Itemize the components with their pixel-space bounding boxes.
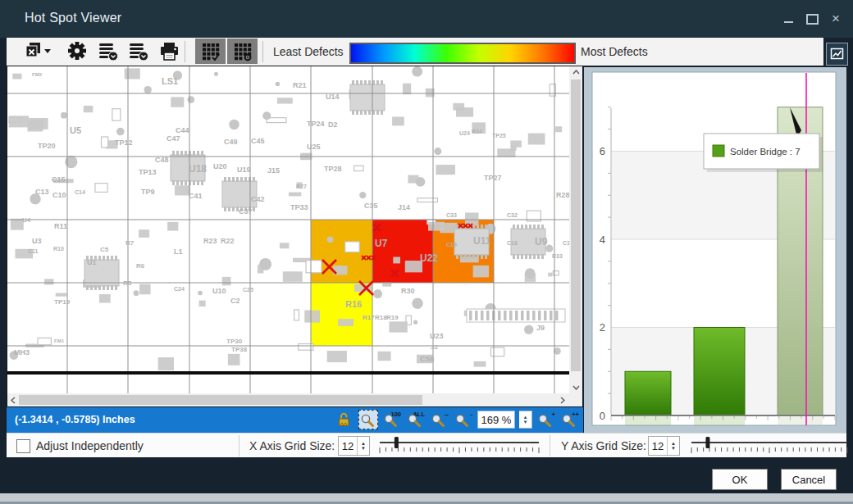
pcb-canvas[interactable]: LS1U5TP20TP12TP13TP9C15C13C10C14R11U3R10… xyxy=(7,66,569,393)
pcb-component-label: R6 xyxy=(136,262,145,270)
pcb-component-label: C10 xyxy=(52,191,66,199)
zoom-out-double-icon[interactable]: -- xyxy=(430,410,449,429)
x-grid-size-arrows[interactable]: ▲▼ xyxy=(357,437,369,455)
grid-size-controls: Adjust Independently X Axis Grid Size: 1… xyxy=(7,433,846,457)
statusbar: (-1.3414 , -0.5785) Inches 100ALL---169 … xyxy=(7,407,583,433)
scroll-right-icon[interactable] xyxy=(560,397,565,404)
vertical-scrollbar[interactable] xyxy=(569,66,582,393)
x-grid-size-value[interactable]: 12 xyxy=(339,437,357,455)
scroll-up-icon[interactable] xyxy=(572,70,580,75)
pcb-component-label: R5 xyxy=(123,279,132,287)
pcb-component-label: C37 xyxy=(239,207,253,216)
pcb-component-label: D2 xyxy=(328,120,338,129)
x-grid-size-spinner[interactable]: 12 ▲▼ xyxy=(338,436,370,456)
pcb-component-label: U23 xyxy=(430,332,444,340)
scroll-left-icon[interactable] xyxy=(11,397,16,404)
hotspot-cell[interactable] xyxy=(372,220,433,283)
zoom-in-icon[interactable]: + xyxy=(536,410,556,429)
pcb-component-label: J14 xyxy=(398,203,410,211)
pcb-component-label: R16 xyxy=(345,299,362,309)
horizontal-scroll-thumb[interactable] xyxy=(19,395,422,405)
zoom-all-icon[interactable]: ALL xyxy=(406,410,426,429)
scrollbar-corner xyxy=(569,393,582,406)
chart-y-tick-label: 6 xyxy=(600,145,605,157)
titlebar: Hot Spot Viewer × xyxy=(0,0,853,38)
grid-settings-button[interactable] xyxy=(227,39,258,64)
chart-tooltip: Solder Bridge : 7 xyxy=(704,134,819,169)
chart-y-tick-label: 2 xyxy=(600,321,605,334)
zoom-percent-field[interactable]: 169 % xyxy=(477,411,515,429)
vertical-scroll-thumb[interactable] xyxy=(571,79,581,371)
pcb-component-label: TP25 xyxy=(492,133,506,138)
defect-chart-toggle-button[interactable] xyxy=(826,43,848,66)
toolbar-separator xyxy=(185,41,185,62)
pcb-component-label: R33 xyxy=(552,253,563,259)
pcb-component-label: C2 xyxy=(230,297,240,305)
zoom-out-icon[interactable]: - xyxy=(454,410,473,429)
print-icon[interactable] xyxy=(159,42,180,65)
pcb-component-label: C33 xyxy=(446,212,457,218)
y-grid-size-value[interactable]: 12 xyxy=(649,437,667,455)
tooltip-series-swatch xyxy=(713,145,724,157)
svg-text:+: + xyxy=(552,411,556,418)
pcb-component-label: U18 xyxy=(189,163,207,175)
adjust-independently-checkbox[interactable] xyxy=(16,439,30,453)
zoom-region-icon[interactable] xyxy=(358,410,378,429)
pcb-component-label: TP12 xyxy=(115,138,133,147)
pcb-component-label: J2 xyxy=(431,343,438,351)
defect-bar-chart[interactable]: 0246Solder Bridge : 7 xyxy=(584,67,846,433)
zoom-in-double-icon[interactable]: ++ xyxy=(560,410,580,429)
y-grid-size-arrows[interactable]: ▲▼ xyxy=(667,437,679,455)
pcb-component-label: TP38 xyxy=(231,346,248,353)
chart-y-tick-label: 4 xyxy=(600,234,605,246)
svg-text:++: ++ xyxy=(572,411,579,418)
slider-thumb[interactable] xyxy=(705,437,709,448)
chart-bar[interactable] xyxy=(625,371,671,415)
load-defects-icon-2[interactable] xyxy=(129,42,150,65)
cancel-button[interactable]: Cancel xyxy=(781,469,837,490)
zoom-toolbar: 100ALL---169 %▲▼+++ xyxy=(335,410,580,429)
adjust-independently-label: Adjust Independently xyxy=(36,439,144,452)
pcb-component-label: TP27 xyxy=(484,174,502,182)
lock-icon[interactable] xyxy=(335,410,354,429)
pcb-hotspot-view[interactable]: LS1U5TP20TP12TP13TP9C15C13C10C14R11U3R10… xyxy=(7,66,583,407)
pcb-component-label: C41 xyxy=(189,192,203,200)
horizontal-scrollbar[interactable] xyxy=(7,393,569,406)
settings-gear-icon[interactable] xyxy=(66,40,88,65)
pcb-component-label: TP20 xyxy=(38,142,56,150)
pcb-component-label: MH3 xyxy=(14,348,30,356)
x-grid-size-slider[interactable] xyxy=(377,437,541,458)
separator xyxy=(239,435,239,456)
pcb-component-label: C5 xyxy=(100,246,109,253)
toolbar: Least Defects Most Defects xyxy=(7,38,823,66)
pcb-component-label: J15 xyxy=(267,166,280,175)
pcb-component-label: R18 xyxy=(375,314,387,321)
slider-thumb[interactable] xyxy=(395,437,399,448)
maximize-button[interactable] xyxy=(806,14,819,25)
y-grid-size-spinner[interactable]: 12 ▲▼ xyxy=(648,436,680,456)
pcb-component-label: C18 xyxy=(507,240,518,246)
scroll-down-icon[interactable] xyxy=(572,385,580,390)
zoom-percent-spinner[interactable]: ▲▼ xyxy=(519,411,532,429)
pcb-component-label: LS1 xyxy=(162,76,178,86)
pcb-component-label: R11 xyxy=(54,222,67,230)
pcb-component-label: TP30 xyxy=(226,338,243,345)
y-grid-size-slider[interactable] xyxy=(689,437,850,458)
chart-bar[interactable] xyxy=(694,328,745,416)
window-title: Hot Spot Viewer xyxy=(25,11,121,25)
minimize-button[interactable] xyxy=(784,21,793,23)
grid-apply-button[interactable] xyxy=(195,39,226,64)
pcb-component-label: R22 xyxy=(221,237,235,245)
load-defects-icon[interactable] xyxy=(98,42,120,65)
footer: OK Cancel xyxy=(0,457,853,493)
pcb-component-label: FM2 xyxy=(32,72,43,77)
export-views-icon[interactable] xyxy=(25,42,52,65)
ok-button[interactable]: OK xyxy=(712,469,768,490)
zoom-100-icon[interactable]: 100 xyxy=(382,410,402,429)
close-button[interactable]: × xyxy=(832,11,840,25)
pcb-component-label: U20 xyxy=(213,162,227,170)
pcb-component-label: TP28 xyxy=(324,165,342,173)
pcb-component-label: CS6 xyxy=(420,355,435,363)
pcb-component-label: C15 xyxy=(52,175,66,184)
toolbar-separator xyxy=(262,41,263,62)
